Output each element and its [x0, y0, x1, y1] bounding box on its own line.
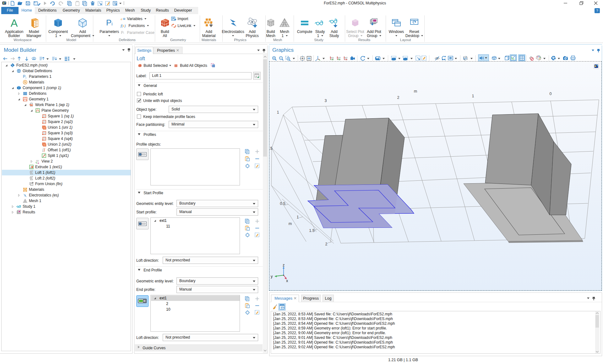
svg-text:2: 2 — [397, 95, 399, 100]
svg-text:xy: xy — [331, 56, 334, 59]
svg-text:3: 3 — [325, 99, 327, 103]
svg-text:y: y — [271, 274, 273, 279]
svg-text:x: x — [286, 279, 288, 283]
svg-text:1: 1 — [472, 94, 474, 98]
svg-text:0: 0 — [550, 92, 552, 96]
svg-text:0.5: 0.5 — [280, 201, 285, 206]
svg-text:1.5: 1.5 — [309, 228, 314, 233]
svg-text:P: P — [23, 74, 25, 79]
svg-text:1: 1 — [297, 215, 299, 219]
svg-text:a: a — [121, 17, 122, 21]
svg-text:m: m — [414, 89, 417, 94]
svg-text:0.5: 0.5 — [269, 146, 273, 151]
svg-text:¡: ¡ — [25, 76, 26, 79]
svg-text:f(x): f(x) — [121, 24, 126, 28]
svg-text:xz: xz — [345, 56, 348, 59]
svg-text:2: 2 — [325, 242, 328, 246]
svg-text:1: 1 — [277, 110, 279, 115]
svg-text:yz: yz — [338, 56, 341, 59]
svg-text:Pi: Pi — [121, 30, 124, 35]
svg-text:z: z — [283, 263, 285, 267]
svg-text:m: m — [289, 222, 292, 226]
svg-text:xy: xy — [36, 159, 39, 162]
